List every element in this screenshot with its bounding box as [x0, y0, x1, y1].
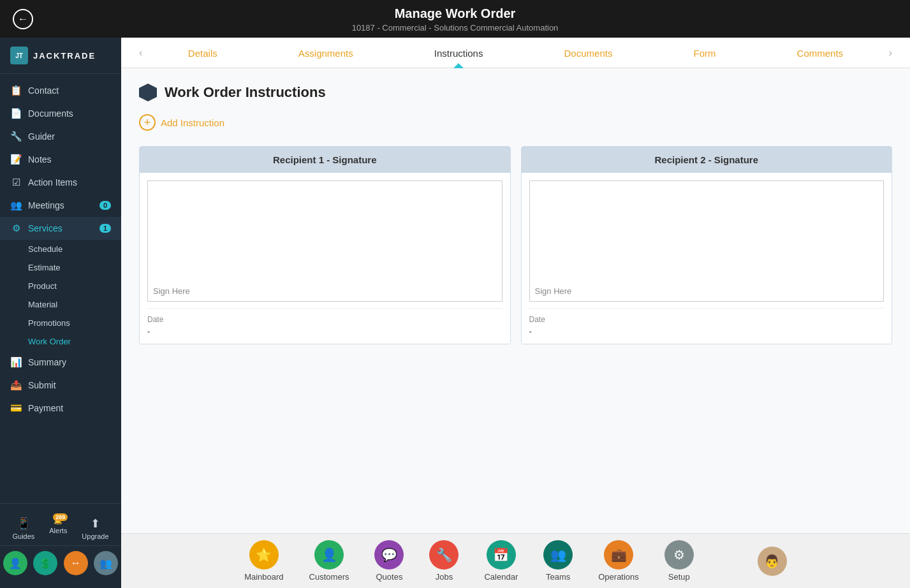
add-instruction-row: + Add Instruction	[139, 114, 892, 131]
setup-label: Setup	[668, 572, 690, 582]
alerts-icon-wrapper: 🔔 269	[54, 517, 62, 525]
customers-label: Customers	[309, 572, 349, 582]
notes-icon: 📝	[10, 154, 22, 165]
tab-comments[interactable]: Comments	[784, 38, 856, 68]
back-button[interactable]: ←	[13, 9, 33, 29]
tab-assignments[interactable]: Assignments	[286, 38, 366, 68]
upgrade-icon: ⬆	[91, 517, 100, 531]
sidebar-item-meetings[interactable]: 👥 Meetings 0	[0, 194, 121, 217]
sidebar-sub-product[interactable]: Product	[0, 277, 121, 295]
signature-card-recipient2: Recipient 2 - Signature Sign Here Date -	[521, 146, 893, 344]
sidebar-item-contact[interactable]: 📋 Contact	[0, 79, 121, 102]
tab-next-arrow[interactable]: ›	[884, 47, 897, 59]
page-subtitle: 10187 - Commercial - Solutions Commercia…	[0, 23, 910, 33]
tab-documents[interactable]: Documents	[552, 38, 626, 68]
logo-text: JACKTRADE	[33, 51, 96, 61]
logo-icon: JT	[10, 47, 28, 64]
services-icon: ⚙	[10, 223, 22, 234]
services-badge: 1	[99, 224, 111, 233]
tab-details[interactable]: Details	[175, 38, 230, 68]
sidebar-label-contact: Contact	[28, 85, 59, 96]
teams-icon: 👥	[543, 540, 573, 570]
sidebar-sub-promotions[interactable]: Promotions	[0, 314, 121, 332]
recipient2-date-value: -	[529, 327, 884, 336]
meetings-icon: 👥	[10, 200, 22, 211]
top-header: ← Manage Work Order 10187 - Commercial -…	[0, 0, 910, 38]
sidebar-label-work-order: Work Order	[28, 337, 71, 346]
sidebar-label-promotions: Promotions	[28, 318, 70, 328]
nav-operations[interactable]: 💼 Operations	[598, 540, 639, 582]
mainboard-label: Mainboard	[244, 572, 283, 582]
submit-icon: 📤	[10, 379, 22, 391]
sidebar-bottom: 📱 Guides 🔔 269 Alerts ⬆ Upgrade 👤 💲	[0, 503, 121, 588]
recipient2-signature-box[interactable]: Sign Here	[529, 180, 884, 302]
nav-quotes[interactable]: 💬 Quotes	[374, 540, 404, 582]
teams-label: Teams	[546, 572, 570, 582]
payment-icon: 💳	[10, 402, 22, 414]
nav-mainboard[interactable]: ⭐ Mainboard	[244, 540, 283, 582]
sidebar-item-action-items[interactable]: ☑ Action Items	[0, 171, 121, 194]
nav-customers[interactable]: 👤 Customers	[309, 540, 349, 582]
recipient1-header: Recipient 1 - Signature	[140, 147, 510, 173]
guides-label: Guides	[12, 533, 34, 540]
sidebar-label-documents: Documents	[28, 108, 73, 119]
recipient2-date-section: Date -	[529, 308, 884, 336]
sidebar-sub-estimate[interactable]: Estimate	[0, 258, 121, 277]
upgrade-button[interactable]: ⬆ Upgrade	[82, 517, 108, 540]
quotes-label: Quotes	[376, 572, 403, 582]
sidebar-item-payment[interactable]: 💳 Payment	[0, 397, 121, 420]
sidebar-sub-work-order[interactable]: Work Order	[0, 332, 121, 351]
nav-teams[interactable]: 👥 Teams	[543, 540, 573, 582]
nav-setup[interactable]: ⚙ Setup	[664, 540, 694, 582]
footer-person-icon[interactable]: 👤	[3, 551, 27, 575]
page-title-row: Work Order Instructions	[139, 84, 892, 101]
sidebar-label-material: Material	[28, 300, 57, 309]
footer-transfer-icon[interactable]: ↔	[64, 551, 88, 575]
operations-icon: 💼	[604, 540, 633, 570]
setup-icon: ⚙	[664, 540, 694, 570]
sidebar-item-notes[interactable]: 📝 Notes	[0, 148, 121, 171]
hex-icon	[139, 84, 157, 101]
sidebar: JT JACKTRADE 📋 Contact 📄 Documents 🔧 Gui…	[0, 38, 121, 588]
sidebar-label-guider: Guider	[28, 131, 55, 142]
guides-button[interactable]: 📱 Guides	[12, 517, 34, 540]
sidebar-label-product: Product	[28, 281, 57, 291]
nav-calendar[interactable]: 📅 Calendar	[484, 540, 518, 582]
tab-form[interactable]: Form	[680, 38, 728, 68]
sidebar-item-documents[interactable]: 📄 Documents	[0, 102, 121, 125]
sidebar-navigation: 📋 Contact 📄 Documents 🔧 Guider 📝 Notes ☑…	[0, 74, 121, 503]
sidebar-sub-material[interactable]: Material	[0, 295, 121, 314]
nav-jobs[interactable]: 🔧 Jobs	[429, 540, 459, 582]
recipient1-date-label: Date	[147, 315, 503, 324]
jobs-icon: 🔧	[429, 540, 459, 570]
sidebar-item-services[interactable]: ⚙ Services 1	[0, 217, 121, 240]
recipient1-date-value: -	[147, 327, 503, 336]
guides-icon: 📱	[17, 517, 31, 531]
tab-prev-arrow[interactable]: ‹	[134, 47, 147, 59]
action-items-icon: ☑	[10, 177, 22, 188]
sidebar-item-summary[interactable]: 📊 Summary	[0, 351, 121, 374]
sidebar-label-action-items: Action Items	[28, 177, 77, 187]
alerts-button[interactable]: 🔔 269 Alerts	[49, 517, 67, 540]
recipient2-header: Recipient 2 - Signature	[522, 147, 892, 173]
sidebar-sub-schedule[interactable]: Schedule	[0, 240, 121, 258]
footer-group-icon[interactable]: 👥	[94, 551, 118, 575]
work-order-instructions-title: Work Order Instructions	[165, 84, 326, 101]
add-instruction-button[interactable]: + Add Instruction	[139, 114, 224, 131]
sidebar-label-schedule: Schedule	[28, 244, 62, 254]
meetings-badge: 0	[99, 201, 111, 210]
main-body: JT JACKTRADE 📋 Contact 📄 Documents 🔧 Gui…	[0, 38, 910, 588]
recipient1-sign-here: Sign Here	[153, 286, 190, 296]
sidebar-item-submit[interactable]: 📤 Submit	[0, 374, 121, 397]
add-instruction-plus-icon: +	[139, 114, 156, 131]
tab-instructions[interactable]: Instructions	[422, 38, 496, 68]
footer-dollar-icon[interactable]: 💲	[33, 551, 57, 575]
user-avatar[interactable]: 👨	[758, 547, 787, 576]
sidebar-item-guider[interactable]: 🔧 Guider	[0, 125, 121, 148]
customers-icon: 👤	[314, 540, 344, 570]
summary-icon: 📊	[10, 356, 22, 368]
recipient1-signature-box[interactable]: Sign Here	[147, 180, 503, 302]
page-title: Manage Work Order	[0, 6, 910, 21]
signature-cards: Recipient 1 - Signature Sign Here Date -…	[139, 146, 892, 344]
page-content: Work Order Instructions + Add Instructio…	[121, 68, 910, 533]
